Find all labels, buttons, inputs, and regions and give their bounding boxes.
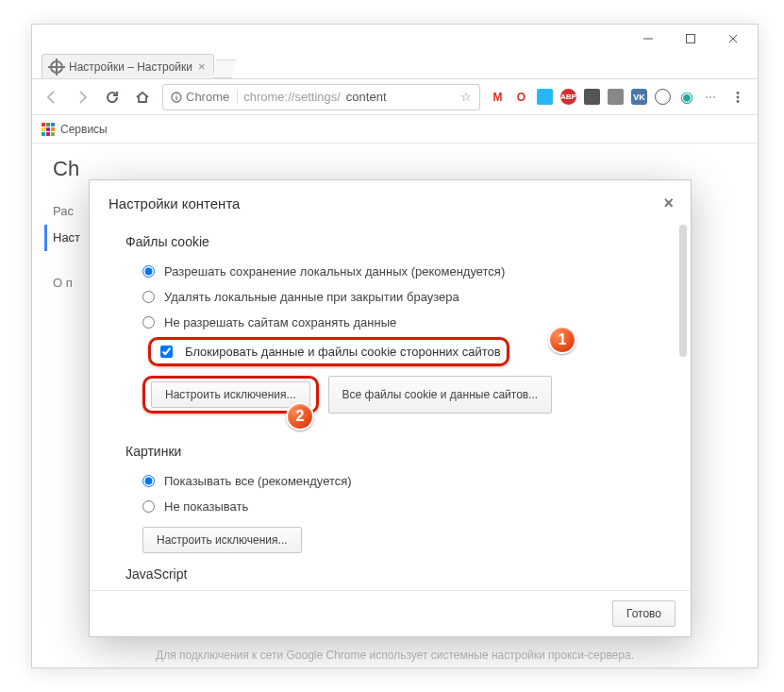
home-button[interactable] [132, 87, 153, 108]
checkbox-label: Блокировать данные и файлы cookie сторон… [185, 345, 501, 359]
section-heading: Картинки [125, 444, 655, 459]
svg-point-7 [737, 92, 740, 94]
forward-button[interactable] [72, 87, 92, 108]
page-footer-note: Для подключения к сети Google Chrome исп… [32, 649, 758, 662]
nav-item[interactable]: О п [53, 270, 80, 296]
radio-input[interactable] [142, 265, 155, 278]
dialog-title: Настройки контента [108, 195, 240, 211]
radio-show-images[interactable]: Показывать все (рекомендуется) [125, 468, 655, 494]
back-button[interactable] [42, 87, 62, 108]
tab-strip: Настройки – Настройки × [32, 53, 758, 79]
url-prefix: chrome://settings/ [243, 90, 341, 104]
dialog-body: Файлы cookie Разрешать сохранение локаль… [90, 221, 691, 590]
svg-point-9 [737, 100, 740, 103]
toolbar: Chrome chrome://settings/content ☆ M O A… [32, 79, 758, 115]
option-label: Не показывать [164, 499, 248, 514]
radio-input[interactable] [142, 500, 155, 513]
svg-point-8 [737, 95, 740, 98]
section-heading: Файлы cookie [125, 234, 655, 249]
radio-session-cookies[interactable]: Удалять локальные данные при закрытии бр… [125, 284, 655, 310]
bookmarks-bar: Сервисы [32, 115, 758, 143]
tab-settings[interactable]: Настройки – Настройки × [42, 54, 214, 78]
extension-icons: M O ABP VK ◉ ⋯ [490, 89, 718, 105]
menu-button[interactable] [727, 87, 748, 108]
nav-item[interactable]: Рас [53, 198, 80, 225]
option-label: Не разрешать сайтам сохранять данные [164, 315, 396, 329]
bookmark-star-icon[interactable]: ☆ [460, 90, 472, 104]
page-title: Ch [53, 157, 79, 181]
section-heading: JavaScript [125, 566, 655, 582]
content-settings-dialog: Настройки контента × Файлы cookie Разреш… [89, 179, 692, 637]
extension-icon[interactable] [655, 89, 671, 105]
radio-block-cookies[interactable]: Не разрешать сайтам сохранять данные [125, 310, 655, 335]
info-icon [171, 92, 182, 103]
option-label: Показывать все (рекомендуется) [164, 474, 352, 488]
tab-close-icon[interactable]: × [198, 59, 206, 74]
checkbox-block-third-party[interactable] [160, 346, 173, 358]
option-label: Удалять локальные данные при закрытии бр… [164, 290, 459, 304]
vk-icon[interactable]: VK [631, 89, 647, 105]
page-content: Ch Рас Наст О п Для подключения к сети G… [32, 143, 758, 667]
extension-icon[interactable] [584, 89, 600, 105]
address-bar[interactable]: Chrome chrome://settings/content ☆ [162, 84, 480, 110]
secure-label: Chrome [186, 90, 229, 104]
extension-icon[interactable]: ⋯ [702, 89, 718, 105]
site-identity[interactable]: Chrome [171, 90, 238, 104]
window-titlebar [32, 25, 758, 53]
annotation-marker-1: 1 [548, 326, 576, 354]
dialog-footer: Готово [90, 590, 691, 636]
window-minimize-button[interactable] [626, 25, 669, 52]
annotation-marker-2: 2 [286, 402, 314, 430]
images-exceptions-button[interactable]: Настроить исключения... [142, 527, 302, 553]
radio-input[interactable] [142, 475, 155, 487]
radio-allow-cookies[interactable]: Разрешать сохранение локальных данных (р… [125, 259, 655, 284]
callout-highlight: Блокировать данные и файлы cookie сторон… [148, 337, 509, 366]
scrollbar-thumb[interactable] [679, 225, 687, 357]
reload-button[interactable] [102, 87, 123, 108]
nav-item[interactable]: Наст [44, 225, 80, 251]
settings-side-nav: Рас Наст О п [53, 198, 80, 296]
done-button[interactable]: Готово [612, 600, 676, 627]
dialog-header: Настройки контента × [90, 180, 691, 221]
dialog-close-button[interactable]: × [663, 194, 674, 213]
all-cookies-button[interactable]: Все файлы cookie и данные сайтов... [328, 376, 553, 414]
option-label: Разрешать сохранение локальных данных (р… [164, 264, 505, 278]
svg-point-6 [175, 93, 176, 94]
extension-icon[interactable] [537, 89, 553, 105]
url-path: content [346, 90, 387, 104]
browser-window: Настройки – Настройки × Chrome chrome://… [31, 24, 759, 668]
radio-input[interactable] [142, 316, 155, 329]
window-maximize-button[interactable] [669, 25, 711, 52]
window-close-button[interactable] [711, 25, 754, 52]
section-javascript: JavaScript Разрешить всем сайтам использ… [125, 566, 655, 590]
radio-input[interactable] [142, 291, 155, 303]
adblock-icon[interactable]: ABP [560, 89, 576, 105]
apps-grid-icon[interactable] [42, 123, 55, 136]
gmail-icon[interactable]: M [490, 89, 506, 105]
extension-icon[interactable] [608, 89, 624, 105]
radio-hide-images[interactable]: Не показывать [125, 494, 655, 519]
section-cookies: Файлы cookie Разрешать сохранение локаль… [125, 234, 655, 417]
cookies-exceptions-button[interactable]: Настроить исключения... [151, 381, 310, 408]
new-tab-button[interactable] [213, 59, 236, 78]
section-images: Картинки Показывать все (рекомендуется) … [125, 444, 655, 557]
opera-icon[interactable]: O [513, 89, 529, 105]
bookmarks-services[interactable]: Сервисы [60, 123, 108, 136]
svg-rect-1 [686, 35, 694, 43]
gear-icon [50, 60, 63, 74]
extension-icon[interactable]: ◉ [678, 89, 694, 105]
tab-title: Настройки – Настройки [69, 60, 192, 74]
